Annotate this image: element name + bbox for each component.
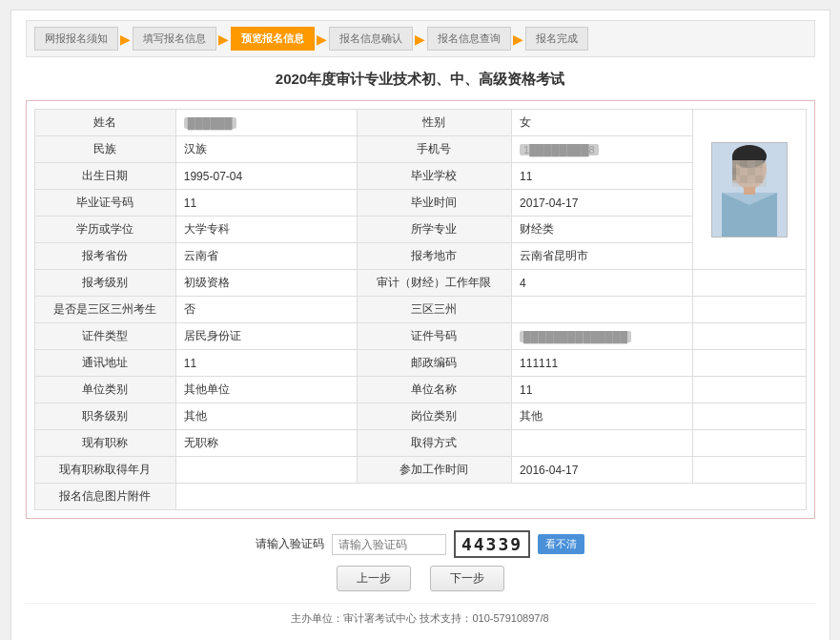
- table-row: 现有职称取得年月 参加工作时间 2016-04-17: [34, 457, 806, 484]
- svg-rect-14: [748, 168, 755, 175]
- label-name: 姓名: [34, 110, 175, 136]
- value-address: 11: [175, 350, 357, 377]
- svg-rect-15: [755, 168, 763, 175]
- svg-rect-5: [744, 187, 755, 195]
- form-container: 姓名 ██████ 性别 女: [26, 100, 815, 519]
- label-obtain-method: 取得方式: [357, 430, 512, 457]
- value-ethnicity: 汉族: [175, 136, 357, 163]
- label-diploma: 毕业证号码: [34, 190, 175, 217]
- svg-rect-12: [732, 168, 740, 175]
- photo-area: [692, 110, 806, 270]
- value-post-type: 其他: [512, 403, 693, 430]
- label-school: 毕业学校: [357, 163, 512, 190]
- value-work-start: 2016-04-17: [512, 457, 693, 484]
- label-province: 报考省份: [34, 243, 175, 270]
- value-unit-type: 其他单位: [175, 377, 357, 403]
- table-row: 现有职称 无职称 取得方式: [34, 430, 806, 457]
- value-gender: 女: [512, 110, 693, 136]
- value-province: 云南省: [175, 243, 357, 270]
- value-name: ██████: [175, 110, 357, 136]
- value-id-num: ██████████████: [512, 323, 693, 350]
- arrow-3: ▶: [317, 31, 327, 47]
- label-ethnicity: 民族: [34, 136, 175, 163]
- arrow-2: ▶: [218, 31, 229, 47]
- value-birthdate: 1995-07-04: [175, 163, 357, 190]
- label-address: 通讯地址: [34, 350, 175, 377]
- step-6: 报名完成: [525, 27, 588, 51]
- value-id-type: 居民身份证: [175, 323, 357, 350]
- step-3: 预览报名信息: [231, 27, 315, 51]
- label-id-num: 证件号码: [357, 323, 512, 350]
- label-edu: 学历或学位: [34, 217, 175, 243]
- captcha-input[interactable]: [332, 534, 446, 555]
- value-edu: 大学专科: [175, 217, 357, 243]
- arrow-1: ▶: [120, 31, 131, 47]
- label-remote: 是否是三区三州考生: [34, 297, 175, 323]
- value-school: 11: [512, 163, 693, 190]
- value-zipcode: 111111: [512, 350, 693, 377]
- table-row: 报考省份 云南省 报考地市 云南省昆明市: [34, 243, 806, 270]
- label-level: 报考级别: [34, 270, 175, 297]
- table-row: 学历或学位 大学专科 所学专业 财经类: [34, 217, 806, 243]
- info-table: 姓名 ██████ 性别 女: [34, 109, 807, 510]
- photo-svg: [712, 143, 787, 237]
- nav-buttons: 上一步 下一步: [26, 566, 815, 591]
- value-attachment: [175, 484, 806, 510]
- label-post-type: 岗位类别: [357, 403, 512, 430]
- value-city: 云南省昆明市: [512, 243, 693, 270]
- table-row: 报名信息图片附件: [34, 484, 806, 510]
- value-title: 无职称: [175, 430, 357, 457]
- label-remote-area: 三区三州: [357, 297, 512, 323]
- value-obtain-method: [512, 430, 693, 457]
- svg-rect-9: [740, 160, 748, 168]
- label-phone: 手机号: [357, 136, 512, 163]
- step-1: 网报报名须知: [34, 27, 118, 51]
- table-row: 证件类型 居民身份证 证件号码 ██████████████: [34, 323, 806, 350]
- captcha-row: 请输入验证码 44339 看不清: [26, 530, 815, 558]
- table-row: 单位类别 其他单位 单位名称 11: [34, 377, 806, 403]
- photo-box: [711, 142, 788, 237]
- table-row: 是否是三区三州考生 否 三区三州: [34, 297, 806, 323]
- svg-rect-11: [755, 160, 763, 168]
- svg-rect-17: [740, 175, 748, 183]
- value-remote-area: [512, 297, 693, 323]
- footer: 主办单位：审计署考试中心 技术支持：010-57910897/8: [26, 603, 815, 626]
- value-job-level: 其他: [175, 403, 357, 430]
- captcha-image: 44339: [454, 530, 530, 558]
- label-id-type: 证件类型: [34, 323, 175, 350]
- next-button[interactable]: 下一步: [430, 566, 504, 591]
- value-level: 初级资格: [175, 270, 357, 297]
- label-work-years: 审计（财经）工作年限: [357, 270, 512, 297]
- arrow-4: ▶: [415, 31, 425, 47]
- value-diploma: 11: [175, 190, 357, 217]
- table-row: 毕业证号码 11 毕业时间 2017-04-17: [34, 190, 806, 217]
- table-row: 职务级别 其他 岗位类别 其他: [34, 403, 806, 430]
- value-grad-date: 2017-04-17: [512, 190, 693, 217]
- arrow-5: ▶: [513, 31, 523, 47]
- value-remote: 否: [175, 297, 357, 323]
- label-title-date: 现有职称取得年月: [34, 457, 175, 484]
- table-row: 民族 汉族 手机号 1████████8: [34, 136, 806, 163]
- label-gender: 性别: [357, 110, 512, 136]
- page-title: 2020年度审计专业技术初、中、高级资格考试: [26, 71, 815, 89]
- progress-bar: 网报报名须知 ▶ 填写报名信息 ▶ 预览报名信息 ▶ 报名信息确认 ▶ 报名信息…: [26, 20, 815, 57]
- value-unit-name: 11: [512, 377, 693, 403]
- svg-rect-8: [732, 160, 740, 168]
- value-major: 财经类: [512, 217, 693, 243]
- prev-button[interactable]: 上一步: [337, 566, 411, 591]
- svg-rect-19: [755, 175, 763, 183]
- value-phone: 1████████8: [512, 136, 693, 163]
- svg-rect-10: [748, 160, 755, 168]
- captcha-refresh-button[interactable]: 看不清: [538, 534, 584, 554]
- value-title-date: [175, 457, 357, 484]
- table-row: 姓名 ██████ 性别 女: [34, 110, 806, 136]
- svg-rect-18: [748, 175, 755, 183]
- svg-rect-16: [732, 175, 740, 183]
- svg-rect-13: [740, 168, 748, 175]
- label-major: 所学专业: [357, 217, 512, 243]
- step-2: 填写报名信息: [133, 27, 216, 51]
- label-city: 报考地市: [357, 243, 512, 270]
- step-5: 报名信息查询: [427, 27, 511, 51]
- label-zipcode: 邮政编码: [357, 350, 512, 377]
- table-row: 出生日期 1995-07-04 毕业学校 11: [34, 163, 806, 190]
